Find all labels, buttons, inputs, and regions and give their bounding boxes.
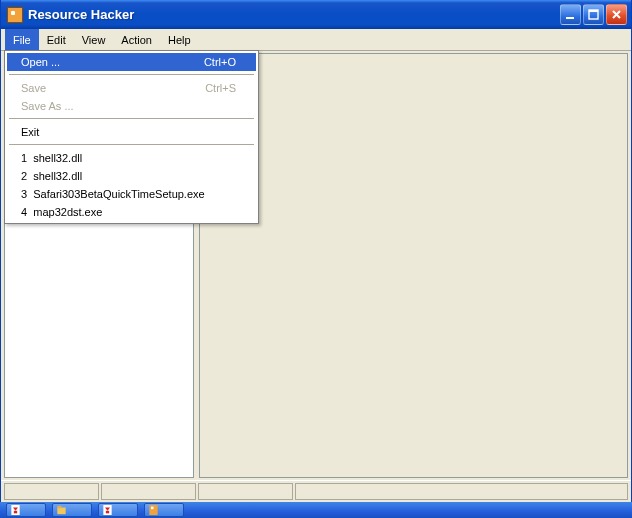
title-bar[interactable]: Resource Hacker <box>1 0 631 29</box>
menu-item-label: 2 shell32.dll <box>21 170 236 182</box>
menu-item-shortcut: Ctrl+O <box>204 56 236 68</box>
menu-item-label: 4 map32dst.exe <box>21 206 236 218</box>
svg-rect-10 <box>151 507 154 510</box>
menu-item-label: 1 shell32.dll <box>21 152 236 164</box>
svg-rect-5 <box>57 508 65 515</box>
status-cell-2 <box>101 483 196 500</box>
menu-separator <box>9 74 254 76</box>
menu-item-recent-4[interactable]: 4 map32dst.exe <box>7 203 256 221</box>
menu-item-recent-3[interactable]: 3 Safari303BetaQuickTimeSetup.exe <box>7 185 256 203</box>
menu-action[interactable]: Action <box>113 29 160 50</box>
menu-bar: File Edit View Action Help <box>1 29 631 51</box>
close-button[interactable] <box>606 4 627 25</box>
close-icon <box>611 9 622 20</box>
menu-item-save-as: Save As ... <box>7 97 256 115</box>
menu-view[interactable]: View <box>74 29 114 50</box>
svg-rect-6 <box>57 506 61 509</box>
menu-file[interactable]: File <box>5 29 39 50</box>
menu-item-save: Save Ctrl+S <box>7 79 256 97</box>
menu-item-label: 3 Safari303BetaQuickTimeSetup.exe <box>21 188 236 200</box>
file-dropdown-menu: Open ... Ctrl+O Save Ctrl+S Save As ... … <box>4 50 259 224</box>
status-cell-4 <box>295 483 628 500</box>
taskbar-button-4[interactable] <box>144 503 184 517</box>
menu-help[interactable]: Help <box>160 29 199 50</box>
minimize-icon <box>565 9 576 20</box>
menu-item-recent-1[interactable]: 1 shell32.dll <box>7 149 256 167</box>
menu-item-recent-2[interactable]: 2 shell32.dll <box>7 167 256 185</box>
menu-item-label: Save As ... <box>21 100 236 112</box>
menu-item-label: Open ... <box>21 56 180 68</box>
menu-item-label: Save <box>21 82 181 94</box>
pdf-icon <box>11 505 20 515</box>
maximize-button[interactable] <box>583 4 604 25</box>
content-panel[interactable] <box>199 53 628 478</box>
menu-item-label: Exit <box>21 126 236 138</box>
pdf-icon <box>103 505 112 515</box>
status-bar <box>1 480 631 502</box>
svg-rect-2 <box>589 10 598 12</box>
menu-edit[interactable]: Edit <box>39 29 74 50</box>
maximize-icon <box>588 9 599 20</box>
desktop-background: Resource Hacker File Edit View Action He… <box>0 0 632 518</box>
window-title: Resource Hacker <box>28 7 134 22</box>
svg-rect-0 <box>566 17 574 19</box>
minimize-button[interactable] <box>560 4 581 25</box>
svg-rect-9 <box>149 505 157 515</box>
app-icon <box>149 505 158 515</box>
menu-item-open[interactable]: Open ... Ctrl+O <box>7 53 256 71</box>
folder-icon <box>57 505 66 515</box>
status-cell-1 <box>4 483 99 500</box>
menu-separator <box>9 144 254 146</box>
taskbar <box>0 502 632 518</box>
taskbar-button-2[interactable] <box>52 503 92 517</box>
menu-item-shortcut: Ctrl+S <box>205 82 236 94</box>
app-icon <box>7 7 23 23</box>
svg-rect-4 <box>14 511 17 513</box>
menu-separator <box>9 118 254 120</box>
taskbar-button-1[interactable] <box>6 503 46 517</box>
menu-item-exit[interactable]: Exit <box>7 123 256 141</box>
status-cell-3 <box>198 483 293 500</box>
taskbar-button-3[interactable] <box>98 503 138 517</box>
svg-rect-8 <box>106 511 109 513</box>
